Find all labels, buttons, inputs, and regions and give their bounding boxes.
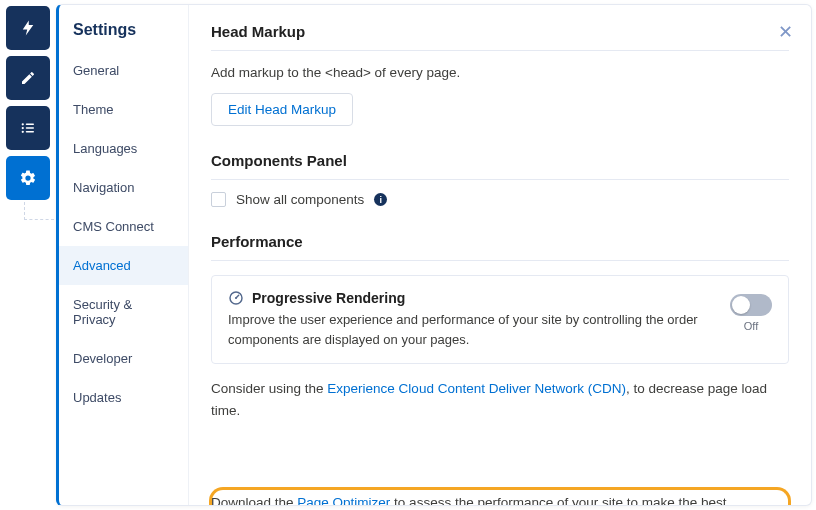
gear-icon	[19, 169, 37, 187]
progressive-rendering-heading: Progressive Rendering	[228, 290, 712, 306]
toggle-state-label: Off	[744, 320, 758, 332]
svg-rect-3	[26, 127, 34, 129]
rail-connector	[24, 202, 54, 220]
content-area: ✕ Head Markup Add markup to the <head> o…	[189, 5, 811, 505]
pencil-icon	[20, 70, 36, 86]
sidebar-item-cms-connect[interactable]: CMS Connect	[59, 207, 188, 246]
svg-point-2	[22, 127, 24, 129]
list-icon	[19, 119, 37, 137]
head-markup-title: Head Markup	[211, 23, 789, 51]
components-panel-title: Components Panel	[211, 152, 789, 180]
sidebar-item-updates[interactable]: Updates	[59, 378, 188, 417]
edit-head-markup-button[interactable]: Edit Head Markup	[211, 93, 353, 126]
show-all-components-row: Show all components i	[211, 192, 789, 207]
svg-point-4	[22, 131, 24, 133]
lightning-icon-tile[interactable]	[6, 6, 50, 50]
progressive-rendering-desc: Improve the user experience and performa…	[228, 310, 712, 349]
optimizer-pre-text: Download the	[211, 495, 297, 506]
cdn-paragraph: Consider using the Experience Cloud Cont…	[211, 378, 789, 421]
icon-rail	[0, 0, 56, 510]
sidebar-item-developer[interactable]: Developer	[59, 339, 188, 378]
progressive-rendering-title: Progressive Rendering	[252, 290, 405, 306]
gauge-icon	[228, 290, 244, 306]
svg-point-0	[22, 123, 24, 125]
progressive-rendering-toggle-wrap: Off	[730, 290, 772, 332]
optimizer-paragraph: Download the Page Optimizer to assess th…	[211, 495, 789, 506]
sidebar-item-navigation[interactable]: Navigation	[59, 168, 188, 207]
performance-title: Performance	[211, 233, 789, 261]
show-all-components-checkbox[interactable]	[211, 192, 226, 207]
settings-panel: Settings General Theme Languages Navigat…	[56, 4, 812, 506]
sidebar-item-security-privacy[interactable]: Security & Privacy	[59, 285, 188, 339]
svg-rect-5	[26, 131, 34, 133]
sidebar-item-advanced[interactable]: Advanced	[59, 246, 188, 285]
settings-sidebar: Settings General Theme Languages Navigat…	[59, 5, 189, 505]
page-optimizer-link[interactable]: Page Optimizer	[297, 495, 390, 506]
list-icon-tile[interactable]	[6, 106, 50, 150]
sidebar-item-languages[interactable]: Languages	[59, 129, 188, 168]
optimizer-post-text: to assess the performance of your site t…	[390, 495, 726, 506]
svg-rect-1	[26, 124, 34, 126]
settings-title: Settings	[59, 5, 188, 51]
lightning-icon	[19, 19, 37, 37]
progressive-rendering-toggle[interactable]	[730, 294, 772, 316]
info-icon[interactable]: i	[374, 193, 387, 206]
show-all-components-label: Show all components	[236, 192, 364, 207]
close-icon[interactable]: ✕	[778, 21, 793, 43]
toggle-knob	[732, 296, 750, 314]
sidebar-item-general[interactable]: General	[59, 51, 188, 90]
sidebar-item-theme[interactable]: Theme	[59, 90, 188, 129]
pencil-icon-tile[interactable]	[6, 56, 50, 100]
cdn-link[interactable]: Experience Cloud Content Deliver Network…	[327, 381, 626, 396]
gear-icon-tile[interactable]	[6, 156, 50, 200]
head-markup-desc: Add markup to the <head> of every page.	[211, 63, 789, 83]
progressive-rendering-card: Progressive Rendering Improve the user e…	[211, 275, 789, 364]
cdn-pre-text: Consider using the	[211, 381, 327, 396]
svg-point-7	[235, 297, 237, 299]
